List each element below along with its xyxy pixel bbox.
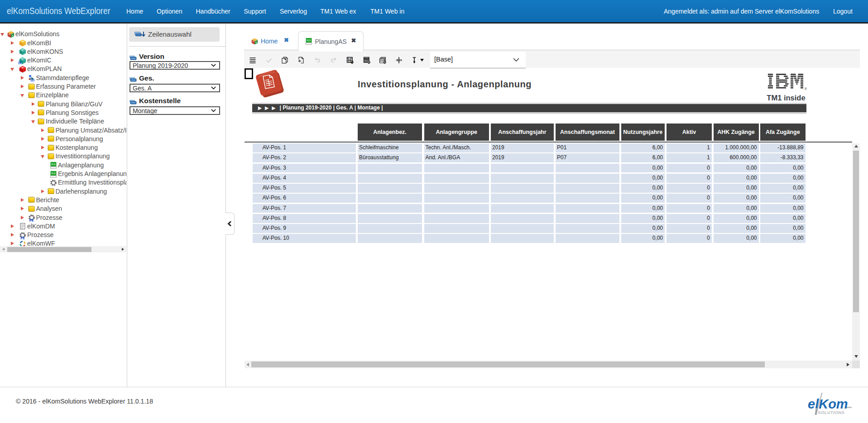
- svg-text:XLS: XLS: [51, 163, 56, 166]
- svg-text:SD: SD: [30, 78, 34, 81]
- svg-text:elKom: elKom: [808, 397, 848, 411]
- svg-text:XLS: XLS: [51, 171, 56, 174]
- svg-text:5: 5: [384, 61, 386, 64]
- svg-text:SOLUTIONS: SOLUTIONS: [818, 410, 844, 415]
- svg-text:5: 5: [351, 61, 353, 64]
- svg-text:XLS: XLS: [307, 39, 311, 42]
- svg-text:5: 5: [368, 61, 369, 64]
